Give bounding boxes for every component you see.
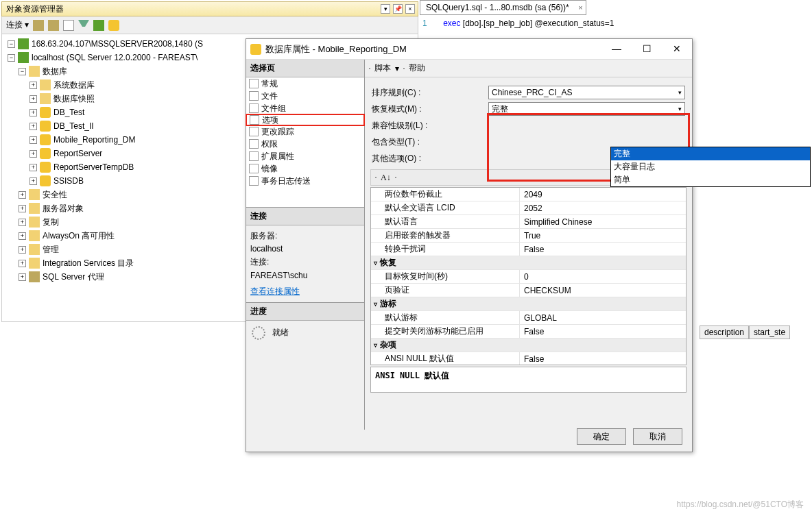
dialog-right-panel: 脚本 ▾ 帮助 排序规则(C) : Chinese_PRC_CI_AS▾ 恢复模… [365, 60, 692, 430]
dialog-left-panel: 选择页 常规 文件 文件组 选项 更改跟踪 权限 扩展属性 镜像 事务日志传送 … [246, 60, 365, 430]
script-button[interactable]: 脚本 [374, 62, 391, 74]
categorized-icon[interactable] [375, 177, 377, 178]
page-permissions[interactable]: 权限 [246, 138, 364, 150]
tab-sqlquery1[interactable]: SQLQuery1.sql - 1...80.msdb (sa (56))* × [420, 0, 586, 15]
results-grid-headers: description start_ste [700, 325, 790, 339]
compat-label: 兼容性级别(L) : [372, 120, 488, 132]
page-list[interactable]: 常规 文件 文件组 选项 更改跟踪 权限 扩展属性 镜像 事务日志传送 [246, 77, 364, 208]
connection-header: 连接 [246, 208, 364, 225]
server-label: 服务器: [250, 230, 360, 243]
sort-az-icon[interactable]: A↓ [381, 173, 391, 183]
recovery-dropdown-list[interactable]: 完整 大容量日志 简单 [610, 147, 811, 187]
db-icon [250, 44, 261, 55]
dropdown-option-bulk[interactable]: 大容量日志 [611, 160, 810, 173]
keyword: exec [443, 19, 460, 28]
page-logshipping[interactable]: 事务日志传送 [246, 175, 364, 187]
script-toolbar: 脚本 ▾ 帮助 [365, 60, 692, 77]
disconnect-icon[interactable] [48, 20, 59, 31]
code-text: [dbo].[sp_help_job] @execution_status=1 [461, 19, 614, 28]
select-page-header: 选择页 [246, 60, 364, 77]
col-start-step[interactable]: start_ste [749, 325, 790, 339]
page-extprops[interactable]: 扩展属性 [246, 150, 364, 162]
pg-cat-cursor[interactable]: 游标 [371, 297, 686, 310]
spinner-icon [252, 326, 265, 340]
recovery-label: 恢复模式(M) : [372, 103, 488, 115]
oe-toolbar: 连接 ▾ [1, 16, 418, 34]
pg-cat-misc[interactable]: 杂项 [371, 339, 686, 352]
code-editor[interactable]: 1 exec [dbo].[sp_help_job] @execution_st… [422, 18, 614, 28]
page-filegroups[interactable]: 文件组 [246, 102, 364, 114]
pg-nested-trig: 启用嵌套的触发器 [371, 229, 519, 242]
oe-title-text: 对象资源管理器 [6, 1, 64, 16]
containment-label: 包含类型(T) : [372, 136, 488, 148]
pg-cat-recovery[interactable]: 恢复 [371, 256, 686, 269]
dialog-title-text: 数据库属性 - Mobile_Reporting_DM [265, 43, 601, 56]
propgrid-pages-icon[interactable] [395, 177, 396, 178]
registered-servers-icon[interactable] [108, 20, 119, 31]
connection-info: 服务器: localhost 连接: FAREAST\schu 查看连接属性 [246, 225, 364, 303]
recovery-combo[interactable]: 完整▾ [488, 102, 685, 116]
col-description[interactable]: description [700, 325, 749, 339]
conn-value: FAREAST\schu [250, 269, 360, 282]
view-conn-link[interactable]: 查看连接属性 [250, 286, 300, 296]
pg-two-digit-year: 两位数年份截止 [371, 188, 519, 201]
oe-title-bar: 对象资源管理器 ▾ 📌 × [1, 1, 418, 16]
script-dropdown-icon[interactable]: ▾ [395, 64, 399, 73]
propgrid-description: ANSI NULL 默认值 [370, 367, 686, 393]
close-tab-icon[interactable]: × [578, 3, 582, 12]
other-label: 其他选项(O) : [372, 153, 488, 164]
watermark: https://blog.csdn.net/@51CTO博客 [677, 499, 804, 511]
pg-fulltext-lcid: 默认全文语言 LCID [371, 201, 519, 214]
pg-default-lang: 默认语言 [371, 215, 519, 228]
dropdown-icon[interactable]: ▾ [381, 4, 390, 14]
line-number: 1 [422, 19, 427, 28]
progress-box: 就绪 [246, 321, 364, 345]
filter-icon[interactable] [78, 20, 89, 31]
page-files[interactable]: 文件 [246, 90, 364, 102]
property-grid[interactable]: 两位数年份截止2049 默认全文语言 LCID2052 默认语言Simplifi… [370, 187, 686, 365]
script-icon [369, 68, 370, 69]
progress-header: 进度 [246, 303, 364, 321]
pg-default-cursor: 默认游标 [371, 311, 519, 324]
progress-status: 就绪 [272, 327, 289, 339]
pg-ansi-null: ANSI NULL 默认值 [371, 352, 519, 365]
dropdown-option-full[interactable]: 完整 [611, 147, 810, 160]
tab-strip: SQLQuery1.sql - 1...80.msdb (sa (56))* × [420, 0, 586, 15]
pg-cursor-close: 提交时关闭游标功能已启用 [371, 325, 519, 338]
tab-label: SQLQuery1.sql - 1...80.msdb (sa (56))* [426, 3, 569, 12]
pin-icon[interactable]: 📌 [393, 4, 403, 14]
server-value: localhost [250, 243, 360, 256]
connect-icon[interactable] [33, 20, 44, 31]
pg-noise-words: 转换干扰词 [371, 243, 519, 256]
collation-label: 排序规则(C) : [372, 87, 488, 99]
chevron-down-icon: ▾ [678, 106, 682, 112]
dropdown-option-simple[interactable]: 简单 [611, 173, 810, 186]
dialog-titlebar: 数据库属性 - Mobile_Reporting_DM — ☐ ✕ [246, 39, 692, 60]
db-properties-dialog: 数据库属性 - Mobile_Reporting_DM — ☐ ✕ 选择页 常规… [246, 38, 693, 452]
page-general[interactable]: 常规 [246, 77, 364, 90]
close-icon[interactable]: × [405, 4, 415, 14]
cancel-button[interactable]: 取消 [633, 428, 682, 445]
conn-label: 连接: [250, 256, 360, 269]
ok-button[interactable]: 确定 [577, 428, 626, 445]
page-options[interactable]: 选项 [246, 114, 365, 126]
connect-menu[interactable]: 连接 ▾ [6, 19, 29, 31]
help-icon [403, 68, 405, 69]
maximize-button[interactable]: ☐ [632, 40, 662, 59]
collation-combo[interactable]: Chinese_PRC_CI_AS▾ [488, 86, 685, 99]
minimize-button[interactable]: — [601, 40, 632, 59]
stop-icon[interactable] [63, 20, 74, 31]
page-changetracking[interactable]: 更改跟踪 [246, 125, 364, 138]
close-button[interactable]: ✕ [662, 40, 692, 59]
page-mirroring[interactable]: 镜像 [246, 162, 364, 175]
refresh-icon[interactable] [93, 20, 104, 31]
chevron-down-icon: ▾ [678, 89, 682, 96]
help-button[interactable]: 帮助 [409, 62, 425, 74]
pg-page-verify: 页验证 [371, 284, 519, 297]
pg-target-recovery: 目标恢复时间(秒) [371, 270, 519, 283]
